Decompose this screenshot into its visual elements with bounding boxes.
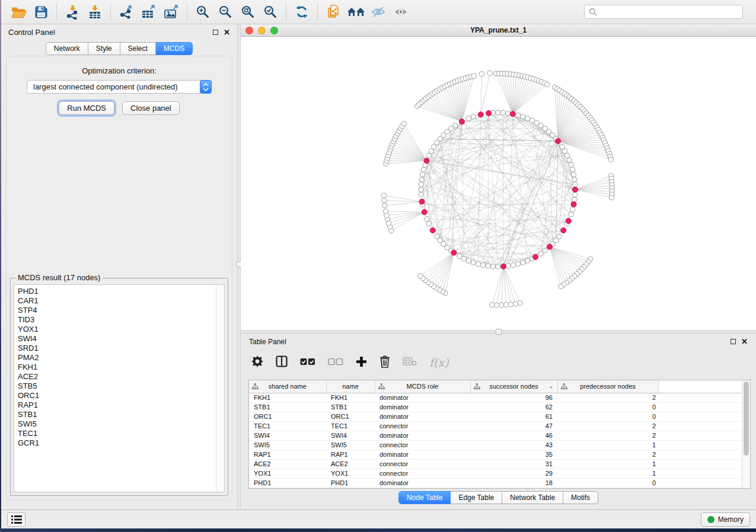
- node-table-container: shared namenameMCDS rolesuccessor nodes⌄…: [248, 380, 751, 489]
- houses-button[interactable]: [344, 2, 367, 22]
- refresh-layout-button[interactable]: [291, 2, 313, 22]
- result-list-scrollbar[interactable]: [216, 285, 224, 492]
- import-network-button[interactable]: [61, 2, 84, 22]
- mcds-result-item[interactable]: TID3: [18, 315, 216, 325]
- column-type-icon: [474, 383, 480, 390]
- zoom-out-icon: [218, 5, 232, 19]
- mcds-result-item[interactable]: RAP1: [18, 400, 216, 410]
- toolbar-separator: [56, 4, 57, 20]
- table-row[interactable]: SWI5SWI5connector431: [249, 440, 742, 450]
- mcds-result-item[interactable]: FKH1: [18, 363, 216, 372]
- mcds-result-item[interactable]: STP4: [18, 306, 216, 315]
- mcds-result-item[interactable]: SRD1: [18, 344, 216, 353]
- column-header-shared-name[interactable]: shared name: [249, 380, 326, 393]
- delete-row-button[interactable]: [379, 355, 390, 370]
- table-row[interactable]: PHD1PHD1dominator180: [249, 478, 742, 488]
- table-row[interactable]: ORC1ORC1dominator610: [249, 412, 742, 421]
- table-row[interactable]: SWI4SWI4dominator462: [249, 431, 742, 440]
- task-history-button[interactable]: [7, 512, 25, 527]
- search-input[interactable]: [600, 8, 738, 16]
- mcds-result-item[interactable]: ACE2: [18, 372, 216, 382]
- import-table-icon: [88, 5, 102, 20]
- scrollbar-thumb[interactable]: [744, 382, 749, 456]
- table-row[interactable]: STB1STB1dominator620: [249, 402, 742, 412]
- mcds-tab-content: Optimization criterion: largest connecte…: [6, 56, 232, 500]
- export-network-button[interactable]: [115, 2, 138, 22]
- table-row[interactable]: RAP1RAP1dominator352: [249, 450, 742, 459]
- tab-network-table[interactable]: Network Table: [502, 491, 563, 504]
- mcds-result-item[interactable]: STB5: [18, 382, 216, 391]
- toolbar-separator: [187, 4, 187, 20]
- float-panel-icon[interactable]: [213, 30, 218, 35]
- column-header-MCDS-role[interactable]: MCDS role: [375, 380, 470, 393]
- table-row[interactable]: TEC1TEC1connector472: [249, 421, 742, 431]
- mcds-result-item[interactable]: STB1: [18, 410, 216, 419]
- column-header-predecessor-nodes[interactable]: predecessor nodes: [557, 380, 658, 393]
- mcds-result-item[interactable]: ORC1: [18, 391, 216, 400]
- hide-selected-button[interactable]: [367, 2, 390, 22]
- first-neighbors-button[interactable]: [322, 2, 344, 22]
- unchecked-boxes-icon: [328, 358, 343, 366]
- table-scrollbar[interactable]: [742, 380, 750, 488]
- show-column-button[interactable]: [276, 355, 288, 370]
- select-all-button[interactable]: [300, 357, 315, 368]
- mcds-result-item[interactable]: PHD1: [18, 287, 216, 296]
- table-row[interactable]: ACE2ACE2connector311: [249, 459, 742, 469]
- control-panel: Control Panel ✕ NetworkStyleSelectMCDS O…: [1, 24, 237, 509]
- import-table-button[interactable]: [84, 2, 106, 22]
- criterion-dropdown[interactable]: largest connected component (undirected): [27, 80, 212, 94]
- table-row[interactable]: FKH1FKH1dominator962: [249, 393, 742, 402]
- tab-node-table[interactable]: Node Table: [398, 491, 451, 504]
- mcds-result-item[interactable]: SWI4: [18, 334, 216, 344]
- table-row[interactable]: YOX1YOX1connector291: [249, 469, 742, 478]
- close-window-button[interactable]: [245, 27, 253, 34]
- open-file-button[interactable]: [7, 2, 30, 22]
- mcds-result-item[interactable]: CAR1: [18, 296, 216, 306]
- export-table-button[interactable]: [138, 2, 160, 22]
- close-panel-icon[interactable]: ✕: [741, 338, 748, 345]
- function-builder-button: f(x): [429, 356, 449, 369]
- close-panel-icon[interactable]: ✕: [224, 28, 230, 36]
- horizontal-splitter[interactable]: [241, 330, 756, 334]
- export-image-button[interactable]: [160, 2, 183, 22]
- column-type-icon: [561, 383, 567, 390]
- float-panel-icon[interactable]: [731, 339, 736, 344]
- tab-select[interactable]: Select: [120, 42, 156, 55]
- mcds-result-item[interactable]: YOX1: [18, 325, 216, 334]
- network-window-titlebar: YPA_prune.txt_1: [241, 24, 756, 37]
- zoom-in-button[interactable]: [192, 2, 214, 22]
- network-graph[interactable]: [241, 37, 756, 330]
- zoom-fit-icon: [241, 5, 255, 19]
- search-field[interactable]: [584, 5, 743, 19]
- zoom-fit-button[interactable]: [237, 2, 259, 22]
- run-mcds-button[interactable]: Run MCDS: [59, 101, 114, 115]
- export-table-icon: [141, 5, 157, 19]
- show-all-button[interactable]: [390, 2, 412, 22]
- column-header-successor-nodes[interactable]: successor nodes⌄: [470, 380, 557, 393]
- zoom-selected-button[interactable]: [259, 2, 282, 22]
- column-header-name[interactable]: name: [326, 380, 375, 393]
- splitter-grip[interactable]: [496, 329, 502, 335]
- add-row-button[interactable]: [356, 356, 367, 370]
- list-icon: [11, 515, 22, 524]
- tab-mcds[interactable]: MCDS: [156, 42, 193, 55]
- tab-network[interactable]: Network: [46, 42, 88, 55]
- maximize-window-button[interactable]: [270, 27, 278, 34]
- memory-button[interactable]: Memory: [701, 512, 750, 527]
- table-settings-button[interactable]: [251, 355, 263, 370]
- save-session-button[interactable]: [30, 2, 52, 22]
- houses-icon: [347, 5, 365, 18]
- tab-motifs[interactable]: Motifs: [563, 491, 598, 504]
- mcds-result-item[interactable]: PMA2: [18, 353, 216, 363]
- tab-edge-table[interactable]: Edge Table: [451, 491, 502, 504]
- tab-style[interactable]: Style: [88, 42, 120, 55]
- mcds-result-item[interactable]: GCR1: [18, 438, 216, 448]
- mcds-result-item[interactable]: SWI5: [18, 419, 216, 429]
- zoom-out-button[interactable]: [214, 2, 237, 22]
- deselect-all-button[interactable]: [328, 357, 343, 368]
- mcds-result-item[interactable]: TEC1: [18, 429, 216, 438]
- network-canvas[interactable]: [241, 37, 756, 330]
- close-panel-button[interactable]: Close panel: [122, 101, 180, 115]
- minimize-window-button[interactable]: [258, 27, 266, 34]
- eye-icon: [393, 6, 409, 18]
